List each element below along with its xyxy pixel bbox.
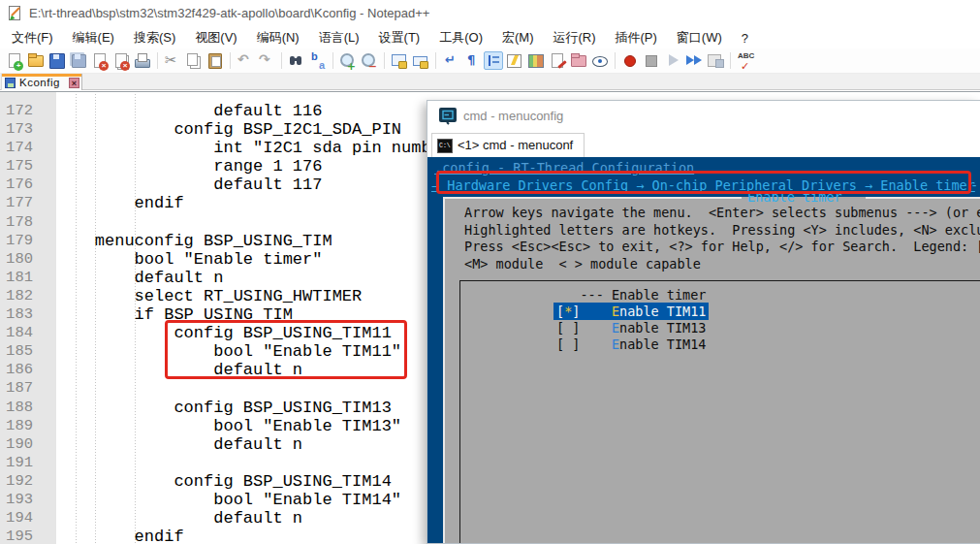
console-window-icon bbox=[438, 107, 458, 125]
svg-text:C:\: C:\ bbox=[439, 143, 451, 149]
line-number: 175 bbox=[0, 157, 33, 176]
show-all-chars-icon[interactable] bbox=[462, 51, 482, 70]
redo-icon[interactable] bbox=[257, 51, 276, 70]
menu-item[interactable]: 宏(M) bbox=[492, 27, 544, 48]
copy-icon[interactable] bbox=[184, 51, 204, 70]
toolbar-separator bbox=[277, 51, 286, 70]
annotation-box-code bbox=[165, 320, 407, 379]
help-line: Arrow keys navigate the menu. <Enter> se… bbox=[464, 205, 980, 222]
hotkey-letter: E bbox=[612, 320, 619, 336]
folder-workspace-icon[interactable] bbox=[569, 51, 588, 70]
menu-option-enable-tim13[interactable]: [ ] Enable TIM13 bbox=[553, 320, 709, 336]
macro-save-icon[interactable] bbox=[706, 51, 725, 70]
indent-guide-icon[interactable] bbox=[484, 51, 503, 70]
line-number: 172 bbox=[0, 102, 33, 120]
cmd-window-title: cmd - menuconfig bbox=[463, 109, 563, 123]
notepad-app-icon bbox=[7, 5, 24, 22]
save-all-icon[interactable] bbox=[69, 51, 88, 70]
close-all-icon[interactable] bbox=[111, 51, 131, 70]
replace-icon[interactable] bbox=[308, 51, 328, 70]
line-number: 181 bbox=[0, 269, 33, 287]
line-number: 190 bbox=[0, 435, 33, 454]
menu-option-enable-tim11[interactable]: [*] Enable TIM11 bbox=[553, 304, 709, 320]
menu-item[interactable]: 工具(O) bbox=[429, 27, 492, 48]
menu-list-box bbox=[459, 280, 980, 543]
line-number: 174 bbox=[0, 139, 33, 157]
menu-item[interactable]: 语言(L) bbox=[309, 27, 369, 48]
monitoring-icon[interactable] bbox=[590, 51, 610, 70]
menu-item[interactable]: 插件(P) bbox=[606, 27, 667, 48]
checkbox-checked-icon: * bbox=[564, 304, 572, 319]
terminal[interactable]: .config - RT-Thread Configuration → Hard… bbox=[427, 157, 980, 543]
line-number: 186 bbox=[0, 361, 33, 379]
cmd-prompt-icon: C:\ bbox=[437, 139, 453, 153]
menu-item[interactable]: 视图(V) bbox=[185, 27, 246, 48]
menu-item[interactable]: 编辑(E) bbox=[63, 27, 124, 48]
line-number: 180 bbox=[0, 250, 33, 269]
annotation-box-breadcrumb bbox=[436, 171, 971, 194]
line-number: 189 bbox=[0, 417, 33, 435]
help-line: Press <Esc><Esc> to exit, <?> for Help, … bbox=[464, 239, 980, 256]
open-folder-icon[interactable] bbox=[26, 51, 46, 70]
menu-item[interactable]: 窗口(W) bbox=[667, 27, 732, 48]
word-wrap-icon[interactable] bbox=[441, 51, 460, 70]
menu-item[interactable]: 搜索(S) bbox=[124, 27, 185, 48]
new-file-icon[interactable] bbox=[5, 51, 24, 70]
cmd-tab-label: <1> cmd - menuconf bbox=[458, 138, 573, 152]
line-number: 195 bbox=[0, 528, 33, 544]
toolbar-separator bbox=[726, 51, 735, 70]
line-number: 179 bbox=[0, 232, 33, 250]
function-list-icon[interactable] bbox=[548, 51, 567, 70]
line-number: 185 bbox=[0, 342, 33, 361]
menu-item[interactable]: 运行(R) bbox=[543, 27, 605, 48]
toolbar-separator bbox=[226, 51, 235, 70]
zoom-in-icon[interactable] bbox=[338, 51, 358, 70]
line-number: 191 bbox=[0, 454, 33, 472]
menu-item[interactable]: 文件(F) bbox=[2, 27, 63, 48]
paste-icon[interactable] bbox=[205, 51, 225, 70]
sync-scroll-v-icon[interactable] bbox=[390, 51, 409, 70]
cut-icon[interactable] bbox=[163, 51, 182, 70]
close-icon[interactable] bbox=[90, 51, 110, 70]
macro-run-multiple-icon[interactable] bbox=[684, 51, 704, 70]
help-line: <M> module < > module capable bbox=[464, 256, 980, 273]
tab-kconfig[interactable]: Kconfig × bbox=[1, 74, 82, 90]
menu-bar: 文件(F)编辑(E)搜索(S)视图(V)编码(N)语言(L)设置(T)工具(O)… bbox=[0, 27, 980, 48]
window-title: E:\rt-thread\bsp\stm32\stm32f429-atk-apo… bbox=[29, 6, 429, 20]
menu-item[interactable]: 编码(N) bbox=[247, 27, 309, 48]
menu-item[interactable]: ? bbox=[732, 29, 758, 48]
spell-check-icon[interactable] bbox=[736, 51, 755, 70]
help-text: Arrow keys navigate the menu. <Enter> se… bbox=[464, 205, 980, 274]
line-number: 188 bbox=[0, 399, 33, 417]
menu-option-enable-tim14[interactable]: [ ] Enable TIM14 bbox=[553, 336, 709, 353]
toolbar bbox=[0, 48, 980, 74]
menu-item[interactable]: 设置(T) bbox=[369, 27, 430, 48]
macro-play-icon[interactable] bbox=[663, 51, 682, 70]
saved-file-icon bbox=[5, 78, 16, 88]
macro-stop-icon[interactable] bbox=[642, 51, 661, 70]
sync-scroll-h-icon[interactable] bbox=[411, 51, 430, 70]
macro-record-icon[interactable] bbox=[620, 51, 640, 70]
toolbar-separator bbox=[380, 51, 389, 70]
dialog-top-border bbox=[866, 197, 980, 199]
cmd-title-bar: cmd - menuconfig bbox=[427, 101, 980, 131]
document-map-icon[interactable] bbox=[526, 51, 546, 70]
print-icon[interactable] bbox=[133, 51, 152, 70]
save-icon[interactable] bbox=[47, 51, 67, 70]
tab-label: Kconfig bbox=[19, 77, 60, 88]
find-icon[interactable] bbox=[287, 51, 306, 70]
cmd-console-tab[interactable]: C:\ <1> cmd - menuconf bbox=[431, 133, 585, 157]
help-line: Highlighted letters are hotkeys. Pressin… bbox=[464, 222, 980, 240]
tab-close-icon[interactable]: × bbox=[69, 78, 79, 88]
line-number: 173 bbox=[0, 120, 33, 139]
doc-switcher-icon[interactable] bbox=[505, 51, 524, 70]
line-numbers: 1721731741751761771781791801811821831841… bbox=[0, 102, 33, 544]
undo-icon[interactable] bbox=[236, 51, 255, 70]
zoom-out-icon[interactable] bbox=[360, 51, 379, 70]
line-number: 178 bbox=[0, 213, 33, 232]
hotkey-letter: E bbox=[612, 336, 619, 352]
line-number: 193 bbox=[0, 491, 33, 509]
dialog-left-border bbox=[443, 197, 445, 543]
breadcrumb-trailing-dash: - bbox=[970, 177, 978, 193]
dialog-top-border bbox=[443, 197, 742, 199]
